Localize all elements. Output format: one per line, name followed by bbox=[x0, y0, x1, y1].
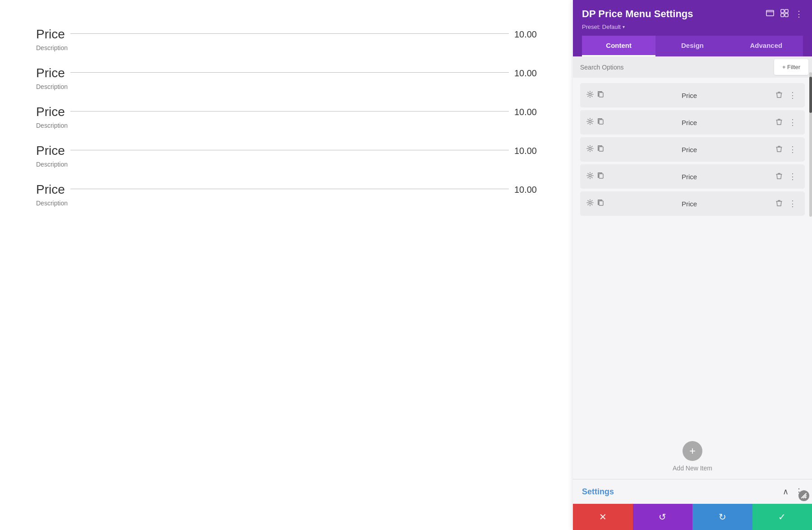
svg-rect-0 bbox=[766, 10, 774, 16]
price-value: 10.00 bbox=[514, 29, 537, 40]
panel-header-top: DP Price Menu Settings bbox=[582, 8, 803, 20]
price-value: 10.00 bbox=[514, 68, 537, 79]
list-item: Price ⋮ bbox=[580, 137, 805, 162]
gear-icon[interactable] bbox=[586, 172, 594, 181]
item-icons-right: ⋮ bbox=[774, 144, 798, 155]
delete-icon[interactable] bbox=[774, 117, 784, 128]
add-item-area: + Add New Item bbox=[573, 430, 812, 479]
price-value: 10.00 bbox=[514, 107, 537, 117]
price-description: Description bbox=[36, 44, 537, 51]
scrollbar[interactable] bbox=[809, 72, 812, 217]
tab-advanced[interactable]: Advanced bbox=[729, 36, 803, 56]
item-icons-right: ⋮ bbox=[774, 89, 798, 101]
price-title: Price bbox=[36, 144, 65, 158]
undo-button[interactable]: ↺ bbox=[633, 504, 693, 530]
list-item: Price ⋮ bbox=[580, 83, 805, 107]
item-label: Price bbox=[609, 146, 770, 153]
panel-preset[interactable]: Preset: Default ▾ bbox=[582, 23, 803, 30]
item-icons-right: ⋮ bbox=[774, 198, 798, 209]
price-title-line: Price 10.00 bbox=[36, 182, 537, 197]
price-title-line: Price 10.00 bbox=[36, 66, 537, 80]
price-description: Description bbox=[36, 83, 537, 90]
item-label: Price bbox=[609, 173, 770, 181]
copy-icon[interactable] bbox=[597, 199, 604, 208]
save-button[interactable]: ✓ bbox=[752, 504, 812, 530]
item-label: Price bbox=[609, 92, 770, 99]
tab-design[interactable]: Design bbox=[655, 36, 729, 56]
svg-rect-5 bbox=[785, 14, 788, 17]
settings-section-title: Settings bbox=[582, 487, 614, 497]
item-icons-left bbox=[586, 91, 604, 100]
preview-area: Price 10.00 Description Price 10.00 Desc… bbox=[0, 0, 573, 530]
gear-icon[interactable] bbox=[586, 118, 594, 127]
price-title: Price bbox=[36, 27, 65, 42]
item-more-icon[interactable]: ⋮ bbox=[787, 144, 798, 155]
copy-icon[interactable] bbox=[597, 172, 604, 181]
svg-point-8 bbox=[589, 121, 591, 123]
gear-icon[interactable] bbox=[586, 145, 594, 154]
resize-handle[interactable] bbox=[798, 490, 809, 501]
price-title-line: Price 10.00 bbox=[36, 105, 537, 119]
item-icons-left bbox=[586, 118, 604, 127]
item-label: Price bbox=[609, 200, 770, 208]
grid-icon[interactable] bbox=[780, 9, 789, 19]
search-bar: + Filter bbox=[573, 56, 812, 78]
price-value: 10.00 bbox=[514, 146, 537, 156]
item-icons-left bbox=[586, 199, 604, 208]
scrollbar-thumb[interactable] bbox=[809, 77, 812, 113]
list-item: Price ⋮ bbox=[580, 191, 805, 216]
svg-rect-11 bbox=[599, 147, 603, 151]
item-more-icon[interactable]: ⋮ bbox=[787, 171, 798, 182]
add-new-item-button[interactable]: + bbox=[683, 441, 702, 461]
price-description: Description bbox=[36, 122, 537, 129]
svg-rect-7 bbox=[599, 93, 603, 97]
fullscreen-icon[interactable] bbox=[766, 9, 774, 19]
svg-rect-13 bbox=[599, 174, 603, 178]
delete-icon[interactable] bbox=[774, 172, 784, 182]
item-more-icon[interactable]: ⋮ bbox=[787, 198, 798, 209]
copy-icon[interactable] bbox=[597, 118, 604, 127]
copy-icon[interactable] bbox=[597, 145, 604, 154]
gear-icon[interactable] bbox=[586, 91, 594, 100]
copy-icon[interactable] bbox=[597, 91, 604, 100]
svg-point-14 bbox=[589, 202, 591, 204]
svg-rect-2 bbox=[781, 9, 784, 13]
filter-button[interactable]: + Filter bbox=[774, 59, 808, 75]
delete-icon[interactable] bbox=[774, 199, 784, 209]
price-description: Description bbox=[36, 161, 537, 168]
price-title: Price bbox=[36, 105, 65, 119]
price-item: Price 10.00 Description bbox=[36, 182, 537, 207]
price-dots bbox=[70, 33, 509, 34]
panel-title: DP Price Menu Settings bbox=[582, 8, 693, 20]
price-item: Price 10.00 Description bbox=[36, 27, 537, 51]
item-more-icon[interactable]: ⋮ bbox=[787, 116, 798, 128]
panel-header: DP Price Menu Settings bbox=[573, 0, 812, 56]
item-icons-right: ⋮ bbox=[774, 116, 798, 128]
price-value: 10.00 bbox=[514, 185, 537, 195]
delete-icon[interactable] bbox=[774, 90, 784, 101]
search-input[interactable] bbox=[573, 57, 770, 77]
collapse-icon[interactable]: ∧ bbox=[783, 487, 789, 497]
svg-rect-9 bbox=[599, 120, 603, 124]
cancel-button[interactable]: ✕ bbox=[573, 504, 633, 530]
settings-panel: DP Price Menu Settings bbox=[573, 0, 812, 530]
item-icons-left bbox=[586, 172, 604, 181]
list-item: Price ⋮ bbox=[580, 164, 805, 189]
price-title-line: Price 10.00 bbox=[36, 144, 537, 158]
settings-section: Settings ∧ ⋮ bbox=[573, 479, 812, 504]
more-icon[interactable]: ⋮ bbox=[795, 9, 803, 19]
tab-content[interactable]: Content bbox=[582, 36, 655, 56]
item-label: Price bbox=[609, 119, 770, 126]
redo-button[interactable]: ↻ bbox=[692, 504, 752, 530]
price-title: Price bbox=[36, 66, 65, 80]
gear-icon[interactable] bbox=[586, 199, 594, 208]
item-more-icon[interactable]: ⋮ bbox=[787, 89, 798, 101]
panel-header-icons: ⋮ bbox=[766, 9, 803, 19]
delete-icon[interactable] bbox=[774, 144, 784, 155]
price-item: Price 10.00 Description bbox=[36, 66, 537, 90]
item-icons-left bbox=[586, 145, 604, 154]
price-dots bbox=[70, 150, 509, 150]
items-list: Price ⋮ bbox=[573, 78, 812, 430]
svg-rect-4 bbox=[781, 14, 784, 17]
price-title-line: Price 10.00 bbox=[36, 27, 537, 42]
